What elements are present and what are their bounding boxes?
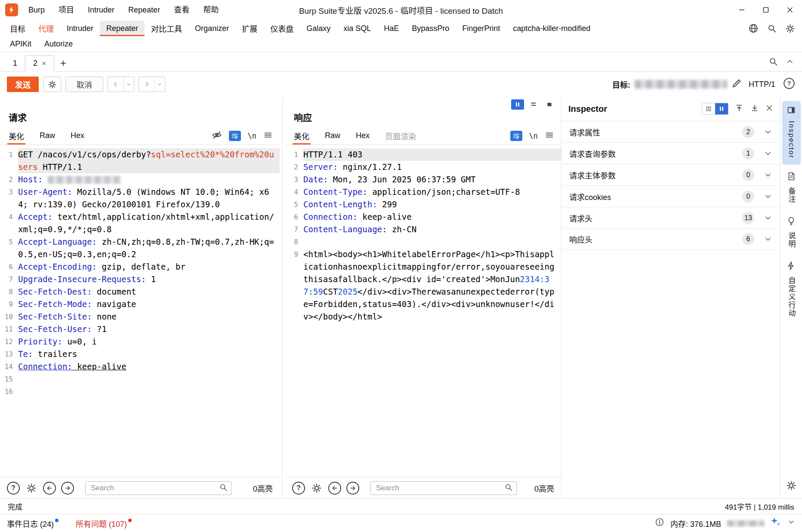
repeater-tab-2[interactable]: 2× xyxy=(25,55,54,72)
chevron-down-icon[interactable] xyxy=(764,128,772,136)
response-code-line[interactable]: 1HTTP/1.1 403 xyxy=(285,148,561,161)
editor-menu-icon[interactable] xyxy=(545,130,554,141)
request-code-line[interactable]: 16 xyxy=(0,385,280,398)
main-tab-Repeater[interactable]: Repeater xyxy=(100,21,145,36)
expand-all-icon[interactable] xyxy=(750,103,759,114)
search-settings-gear-icon[interactable] xyxy=(25,482,38,495)
help-icon[interactable]: ? xyxy=(292,482,305,495)
response-view-tab-Raw[interactable]: Raw xyxy=(325,127,340,145)
close-icon[interactable] xyxy=(765,104,773,114)
show-newlines-icon[interactable]: \n xyxy=(248,132,256,140)
response-code-line[interactable]: 2Server: nginx/1.27.1 xyxy=(285,161,561,173)
response-code-line[interactable]: 7Content-Language: zh-CN xyxy=(285,223,561,236)
word-wrap-icon[interactable] xyxy=(510,131,522,141)
rail-tab-docs[interactable]: 说明 xyxy=(782,212,801,254)
menu-项目[interactable]: 项目 xyxy=(52,0,81,20)
request-view-tab-美化[interactable]: 美化 xyxy=(9,127,24,145)
request-code-line[interactable]: 9Sec-Fetch-Mode: navigate xyxy=(0,298,280,311)
help-icon[interactable]: ? xyxy=(783,77,795,91)
request-code-line[interactable]: 4Accept: text/html,application/xhtml+xml… xyxy=(0,211,280,236)
request-code-line[interactable]: 3User-Agent: Mozilla/5.0 (Windows NT 10.… xyxy=(0,186,280,211)
request-code-line[interactable]: 10Sec-Fetch-Site: none xyxy=(0,311,280,323)
chevron-down-icon[interactable] xyxy=(764,235,772,243)
response-code-line[interactable]: 8 xyxy=(285,236,561,248)
layout-columns-icon[interactable] xyxy=(511,99,524,110)
menu-Burp[interactable]: Burp xyxy=(22,0,52,20)
main-tab-扩展[interactable]: 扩展 xyxy=(235,21,264,36)
inspector-section-请求主体参数[interactable]: 请求主体参数0 xyxy=(561,164,780,185)
request-editor[interactable]: 1GET /nacos/v1/cs/ops/derby?sql=select%2… xyxy=(0,145,280,477)
word-wrap-icon[interactable] xyxy=(229,131,241,141)
response-view-tab-美化[interactable]: 美化 xyxy=(294,127,309,145)
collapse-all-icon[interactable] xyxy=(734,103,744,114)
main-tab-对比工具[interactable]: 对比工具 xyxy=(145,21,188,36)
globe-icon[interactable] xyxy=(748,23,759,35)
response-code-line[interactable]: 6Connection: keep-alive xyxy=(285,211,561,223)
rail-settings-gear-icon[interactable] xyxy=(786,480,796,493)
request-code-line[interactable]: 8Sec-Fetch-Dest: document xyxy=(0,286,280,298)
rail-tab-inspector[interactable]: Inspector xyxy=(782,101,801,165)
menu-查看[interactable]: 查看 xyxy=(167,0,196,20)
request-view-tab-Raw[interactable]: Raw xyxy=(40,127,55,145)
inspector-section-响应头[interactable]: 响应头6 xyxy=(561,228,780,250)
layout-rows-icon[interactable] xyxy=(527,99,540,110)
response-code-line[interactable]: 3Date: Mon, 23 Jun 2025 06:37:59 GMT xyxy=(285,173,561,186)
main-tab-Galaxy[interactable]: Galaxy xyxy=(300,21,337,36)
response-editor[interactable]: 1HTTP/1.1 4032Server: nginx/1.27.13Date:… xyxy=(285,145,561,477)
request-view-tab-Hex[interactable]: Hex xyxy=(71,127,84,145)
main-tab-captcha-killer-modified[interactable]: captcha-killer-modified xyxy=(506,21,597,36)
inspector-section-请求头[interactable]: 请求头13 xyxy=(561,207,780,228)
close-button[interactable] xyxy=(778,0,802,20)
edit-target-pencil-icon[interactable] xyxy=(731,78,742,90)
collapse-tabs-icon[interactable] xyxy=(786,57,794,68)
main-tab-代理[interactable]: 代理 xyxy=(32,21,60,36)
inspector-section-请求cookies[interactable]: 请求cookies0 xyxy=(561,185,780,207)
search-input[interactable] xyxy=(376,484,504,492)
forward-arrow-icon[interactable] xyxy=(139,77,154,92)
search-icon[interactable] xyxy=(504,483,513,493)
inspector-overlay-mode-icon[interactable] xyxy=(702,103,715,114)
main-tab-APIKit[interactable]: APIKit xyxy=(3,36,38,52)
maximize-button[interactable] xyxy=(754,0,778,20)
response-code-line[interactable]: 4Content-Type: application/json;charset=… xyxy=(285,186,561,198)
search-icon[interactable] xyxy=(219,483,228,493)
cancel-button[interactable]: 取消 xyxy=(65,77,103,92)
next-match-button[interactable] xyxy=(346,482,359,495)
repeater-tab-1[interactable]: 1 xyxy=(5,55,25,71)
request-code-line[interactable]: 7Upgrade-Insecure-Requests: 1 xyxy=(0,273,280,286)
hide-nonprintable-eye-icon[interactable] xyxy=(212,130,222,142)
request-code-line[interactable]: 12Priority: u=0, i xyxy=(0,335,280,348)
next-match-button[interactable] xyxy=(61,482,74,495)
response-code-line[interactable]: 9<html><body><h1>WhitelabelErrorPage</h1… xyxy=(285,248,561,323)
main-tab-仪表盘[interactable]: 仪表盘 xyxy=(264,21,300,36)
response-view-tab-页面渲染[interactable]: 页面渲染 xyxy=(385,127,416,145)
response-code-line[interactable]: 5Content-Length: 299 xyxy=(285,198,561,211)
previous-match-button[interactable] xyxy=(43,482,56,495)
chevron-down-icon[interactable] xyxy=(787,518,795,528)
all-issues-link[interactable]: 所有问题 (107) xyxy=(76,518,132,529)
add-tab-button[interactable]: + xyxy=(54,55,72,71)
tab-search-icon[interactable] xyxy=(768,57,778,68)
event-log-link[interactable]: 事件日志 (24) xyxy=(7,518,59,529)
menu-帮助[interactable]: 帮助 xyxy=(196,0,225,20)
request-code-line[interactable]: 2Host: xyxy=(0,173,280,186)
previous-match-button[interactable] xyxy=(328,482,341,495)
request-code-line[interactable]: 5Accept-Language: zh-CN,zh;q=0.8,zh-TW;q… xyxy=(0,236,280,261)
rail-tab-notes[interactable]: 备注 xyxy=(782,167,801,209)
rail-tab-custom-actions[interactable]: 自定义行动 xyxy=(782,257,801,323)
main-tab-xia SQL[interactable]: xia SQL xyxy=(337,21,377,36)
info-icon[interactable] xyxy=(655,517,664,529)
panel-divider[interactable] xyxy=(280,97,285,498)
main-tab-BypassPro[interactable]: BypassPro xyxy=(405,21,456,36)
minimize-button[interactable] xyxy=(730,0,754,20)
show-newlines-icon[interactable]: \n xyxy=(529,132,538,140)
chevron-down-icon[interactable] xyxy=(764,192,772,201)
request-code-line[interactable]: 14Connection: keep-alive xyxy=(0,360,280,373)
send-settings-gear-icon[interactable] xyxy=(43,77,61,92)
back-dropdown-icon[interactable] xyxy=(123,77,134,92)
menu-Repeater[interactable]: Repeater xyxy=(121,0,167,20)
close-tab-icon[interactable]: × xyxy=(42,59,46,68)
chevron-down-icon[interactable] xyxy=(764,171,772,179)
send-button[interactable]: 发送 xyxy=(7,77,39,92)
chevron-down-icon[interactable] xyxy=(764,149,772,158)
